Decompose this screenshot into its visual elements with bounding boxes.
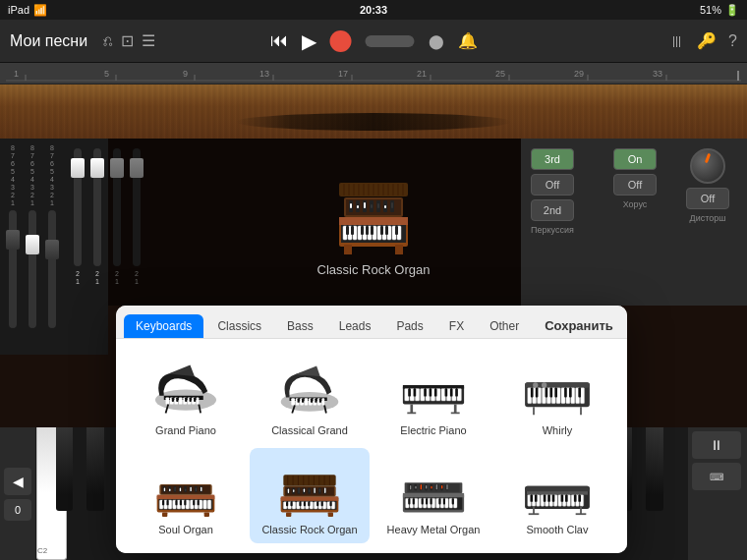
record-button[interactable] — [330, 30, 352, 52]
svg-rect-23 — [344, 245, 352, 254]
app-title: Мои песни — [10, 32, 87, 50]
keyboard-icon-button[interactable]: ⌨ — [692, 463, 741, 490]
classical-grand-name: Classical Grand — [271, 424, 348, 436]
timeline[interactable]: 1 5 9 13 17 21 25 29 33 — [0, 63, 747, 84]
fader-handle-4[interactable] — [71, 158, 85, 178]
svg-rect-318 — [574, 494, 577, 501]
svg-rect-199 — [162, 512, 167, 516]
svg-rect-124 — [430, 388, 432, 396]
svg-rect-87 — [185, 397, 187, 401]
tab-pads[interactable]: Pads — [384, 314, 434, 338]
svg-rect-217 — [290, 501, 292, 505]
help-icon[interactable]: ? — [728, 32, 737, 50]
sustain-button[interactable]: ⏸ — [692, 431, 741, 459]
distortion-knob[interactable] — [690, 148, 725, 184]
instrument-item-classic-rock-organ[interactable]: Classic Rock Organ — [250, 448, 370, 543]
percussion-off-button[interactable]: Off — [531, 174, 574, 196]
svg-rect-45 — [395, 226, 398, 235]
instrument-item-smooth-clav[interactable]: Smooth Clav — [497, 448, 617, 543]
tab-bass[interactable]: Bass — [275, 314, 325, 338]
left-arrow-button[interactable]: ◀ — [4, 468, 31, 495]
transpose-zero-badge[interactable]: 0 — [4, 499, 31, 521]
fader-track-1[interactable] — [9, 210, 17, 328]
whirly-icon — [513, 357, 602, 420]
fader-labels-5: 21 — [95, 270, 99, 285]
fader-handle-3[interactable] — [45, 240, 59, 259]
distortion-label: Дисторш — [690, 213, 726, 223]
grid-view-icon[interactable]: ⊡ — [121, 31, 134, 50]
playhead-scrubber[interactable] — [366, 35, 415, 47]
svg-rect-195 — [185, 488, 186, 491]
fader-labels-2: 87654321 — [30, 144, 34, 206]
instrument-item-heavy-metal-organ[interactable]: Heavy Metal Organ — [374, 448, 493, 543]
fader-track-2[interactable] — [29, 210, 36, 328]
svg-text:29: 29 — [574, 69, 584, 79]
svg-rect-179 — [193, 500, 195, 505]
smooth-clav-name: Smooth Clav — [527, 524, 589, 535]
svg-rect-38 — [346, 226, 349, 235]
svg-rect-40 — [361, 226, 364, 235]
svg-rect-24 — [395, 245, 403, 254]
svg-rect-176 — [175, 500, 177, 505]
organ-svg — [324, 168, 423, 256]
svg-rect-44 — [385, 226, 388, 235]
svg-rect-271 — [422, 498, 424, 504]
fader-track-4[interactable] — [74, 148, 82, 266]
instrument-item-electric-piano[interactable]: Electric Piano — [374, 349, 493, 444]
fader-track-3[interactable] — [48, 210, 56, 328]
list-view-icon[interactable]: ☰ — [142, 31, 155, 50]
instrument-item-soul-organ[interactable]: Soul Organ — [126, 448, 246, 543]
fader-track-5[interactable] — [93, 148, 101, 266]
fader-handle-1[interactable] — [6, 230, 20, 250]
svg-rect-272 — [426, 498, 428, 504]
status-bar: iPad 📶 20:33 51% 🔋 — [0, 0, 747, 20]
tab-keyboards[interactable]: Keyboards — [124, 314, 203, 338]
chorus-off-button[interactable]: Off — [613, 174, 657, 196]
instrument-item-classical-grand[interactable]: Classical Grand — [250, 349, 370, 444]
instrument-item-whirly[interactable]: Whirly — [497, 349, 617, 444]
svg-rect-220 — [308, 501, 310, 505]
svg-rect-156 — [578, 387, 581, 397]
percussion-group: 3rd Off 2nd Перкуссия — [531, 148, 574, 235]
svg-rect-126 — [445, 388, 448, 396]
undo-icon[interactable]: ⎌ — [103, 32, 113, 50]
tab-fx[interactable]: FX — [437, 314, 476, 338]
svg-rect-238 — [309, 489, 310, 492]
svg-rect-101 — [298, 398, 300, 402]
svg-rect-148 — [581, 387, 585, 403]
plugins-icon[interactable]: 🔑 — [697, 31, 717, 50]
play-button[interactable]: ▶ — [302, 29, 316, 53]
svg-rect-292 — [436, 484, 437, 489]
carrier-label: iPad — [8, 4, 29, 16]
electric-piano-name: Electric Piano — [400, 424, 466, 436]
svg-rect-218 — [299, 501, 301, 505]
svg-rect-160 — [157, 494, 215, 498]
svg-rect-234 — [288, 488, 289, 492]
mixer-icon[interactable]: ⫼ — [669, 32, 685, 50]
tab-classics[interactable]: Classics — [205, 314, 273, 338]
faders-panel: 87654321 87654321 87654321 — [0, 139, 108, 355]
battery-icon: 🔋 — [725, 4, 739, 17]
svg-rect-174 — [162, 500, 164, 505]
svg-rect-121 — [408, 388, 411, 396]
svg-rect-150 — [536, 387, 539, 397]
fader-handle-2[interactable] — [26, 235, 39, 254]
click-icon[interactable]: 🔔 — [458, 31, 478, 50]
fader-col-2: 87654321 — [24, 144, 41, 349]
percussion-2nd-button[interactable]: 2nd — [531, 199, 574, 221]
chorus-on-button[interactable]: On — [613, 148, 657, 170]
percussion-3rd-button[interactable]: 3rd — [531, 148, 574, 170]
rewind-button[interactable]: ⏮ — [270, 30, 288, 51]
right-panel: 3rd Off 2nd Перкуссия On Off Хорус Off Д… — [521, 139, 747, 306]
tab-other[interactable]: Other — [478, 314, 531, 338]
battery-label: 51% — [700, 4, 721, 16]
metronome-icon[interactable]: ⬤ — [429, 33, 444, 49]
tab-leads[interactable]: Leads — [327, 314, 383, 338]
distortion-off-button[interactable]: Off — [686, 188, 729, 209]
grand-piano-icon — [142, 357, 230, 420]
status-left: iPad 📶 — [8, 4, 47, 17]
instrument-item-grand-piano[interactable]: Grand Piano — [126, 349, 246, 444]
fader-handle-5[interactable] — [90, 158, 104, 178]
save-button[interactable]: Сохранить — [533, 313, 625, 338]
piano-key-c2[interactable] — [36, 427, 67, 560]
